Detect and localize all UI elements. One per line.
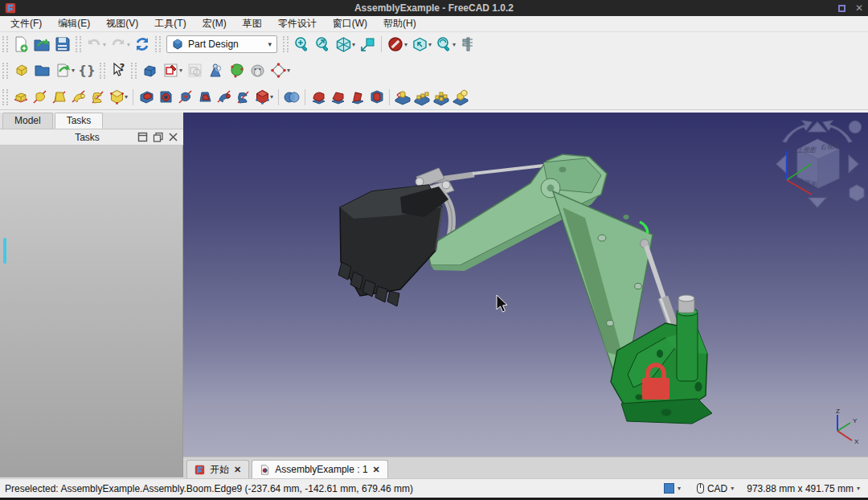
menu-view[interactable]: 视图(V) (99, 15, 145, 32)
additive-loft-icon[interactable] (49, 88, 68, 107)
toolbar-grip[interactable] (2, 36, 8, 52)
hole-icon[interactable] (156, 88, 175, 107)
navigation-cube[interactable]: 上视图 前视图 右视图 (768, 114, 866, 214)
redo-dropdown-icon[interactable]: ▾ (127, 41, 130, 48)
toolbar-grip[interactable] (2, 89, 8, 105)
menu-partdesign[interactable]: 零件设计 (271, 15, 324, 32)
open-file-icon[interactable] (31, 34, 52, 55)
create-body-icon[interactable] (139, 60, 160, 81)
tab-model[interactable]: Model (2, 113, 53, 129)
draft-icon[interactable] (347, 88, 366, 107)
redo-icon[interactable] (108, 34, 129, 55)
nav-rotate-left-icon[interactable] (783, 121, 812, 142)
polar-pattern-icon[interactable] (432, 88, 451, 107)
subtractive-loft-icon[interactable] (194, 88, 214, 107)
mirrored-icon[interactable] (393, 88, 412, 107)
viewport-size-indicator[interactable]: 973.88 mm x 491.75 mm ▾ (747, 483, 860, 494)
3d-viewport[interactable]: 上视图 前视图 右视图 Z Y X (183, 113, 868, 457)
nav-rotate-right-icon[interactable] (823, 121, 852, 142)
datum-icon[interactable] (268, 60, 289, 81)
create-sketch-dropdown-icon[interactable]: ▾ (179, 67, 182, 74)
zoom-tool-icon[interactable] (433, 34, 454, 55)
tab-assembly-example[interactable]: AssemblyExample : 1 ✕ (252, 460, 388, 478)
workbench-selector[interactable]: Part Design ▾ (166, 35, 277, 53)
edit-sketch-icon[interactable] (184, 60, 205, 81)
scroll-indicator[interactable] (3, 238, 6, 264)
view-cube-icon[interactable] (409, 34, 430, 55)
linear-pattern-icon[interactable] (412, 88, 432, 107)
refresh-icon[interactable] (132, 34, 153, 55)
draw-style-icon[interactable] (385, 34, 406, 55)
toolbar-grip[interactable] (155, 36, 161, 52)
additive-pipe-icon[interactable] (68, 88, 88, 107)
pocket-icon[interactable] (137, 88, 156, 107)
fit-selection-icon[interactable] (312, 34, 333, 55)
create-sketch-icon[interactable] (160, 60, 181, 81)
bucket-part[interactable] (338, 185, 448, 306)
datum-dropdown-icon[interactable]: ▾ (287, 67, 290, 74)
measure-icon[interactable] (457, 34, 478, 55)
nav-circle-button[interactable] (850, 121, 862, 133)
check-geometry-icon[interactable] (226, 60, 247, 81)
nav-cube-body[interactable]: 上视图 前视图 右视图 (795, 139, 840, 189)
thickness-icon[interactable] (366, 88, 386, 107)
nav-arrow-right[interactable] (849, 155, 858, 173)
save-icon[interactable] (52, 34, 73, 55)
box-zoom-icon[interactable] (357, 34, 378, 55)
view-cube-dropdown-icon[interactable]: ▾ (428, 41, 432, 48)
menu-edit[interactable]: 编辑(E) (51, 15, 97, 32)
whats-this-icon[interactable]: ? (108, 60, 129, 81)
menu-sketch[interactable]: 草图 (235, 15, 269, 32)
additive-primitive-icon[interactable] (107, 88, 126, 107)
subtractive-primitive-dropdown-icon[interactable]: ▾ (270, 93, 273, 100)
menu-windows[interactable]: 窗口(W) (326, 15, 375, 32)
float-panel-icon[interactable] (153, 132, 163, 142)
toolbar-grip[interactable] (283, 36, 289, 52)
revolution-icon[interactable] (30, 88, 49, 107)
nav-mini-cube[interactable] (850, 185, 864, 201)
fit-all-icon[interactable] (291, 34, 312, 55)
tab-assembly-close-icon[interactable]: ✕ (373, 465, 380, 475)
groove-icon[interactable] (175, 88, 194, 107)
part-icon[interactable] (10, 60, 31, 81)
axonometric-dropdown-icon[interactable]: ▾ (352, 41, 355, 48)
expression-icon[interactable]: {} (76, 60, 97, 81)
nav-cube-top-label[interactable]: 上视图 (795, 146, 817, 154)
boolean-icon[interactable] (282, 88, 301, 107)
shape-binder-icon[interactable] (247, 60, 268, 81)
fillet-icon[interactable] (309, 88, 328, 107)
toolbar-grip[interactable] (100, 63, 105, 79)
maximize-button[interactable] (838, 5, 845, 12)
undo-icon[interactable] (84, 34, 104, 55)
nav-style-selector[interactable]: CAD ▾ (697, 483, 734, 494)
undo-dropdown-icon[interactable]: ▾ (103, 41, 106, 48)
render-style-selector[interactable]: ▾ (664, 483, 681, 494)
nav-arrow-down[interactable] (809, 198, 826, 207)
group-icon[interactable] (31, 60, 52, 81)
validate-sketch-icon[interactable] (205, 60, 226, 81)
toolbar-grip[interactable] (2, 63, 8, 79)
close-button[interactable]: ✕ (855, 5, 863, 12)
toolbar-grip[interactable] (131, 63, 137, 79)
nav-arrow-left[interactable] (776, 155, 786, 173)
chamfer-icon[interactable] (328, 88, 347, 107)
tab-tasks[interactable]: Tasks (55, 113, 104, 129)
tab-start-page[interactable]: 开始 ✕ (186, 460, 249, 478)
make-link-icon[interactable] (52, 60, 73, 81)
menu-help[interactable]: 帮助(H) (376, 15, 424, 32)
draw-style-dropdown-icon[interactable]: ▾ (404, 41, 407, 48)
make-link-dropdown-icon[interactable]: ▾ (72, 67, 75, 74)
additive-helix-icon[interactable] (88, 88, 107, 107)
menu-file[interactable]: 文件(F) (3, 15, 49, 32)
pad-icon[interactable] (10, 88, 30, 107)
menu-macro[interactable]: 宏(M) (195, 15, 234, 32)
zoom-dropdown-icon[interactable]: ▾ (452, 41, 456, 48)
subtractive-primitive-icon[interactable] (252, 88, 272, 107)
subtractive-pipe-icon[interactable] (214, 88, 233, 107)
additive-primitive-dropdown-icon[interactable]: ▾ (125, 93, 128, 100)
close-panel-icon[interactable] (168, 132, 178, 142)
menu-tools[interactable]: 工具(T) (147, 15, 193, 32)
new-file-icon[interactable] (10, 34, 31, 55)
excavator-model[interactable] (183, 113, 868, 457)
subtractive-helix-icon[interactable] (233, 88, 252, 107)
